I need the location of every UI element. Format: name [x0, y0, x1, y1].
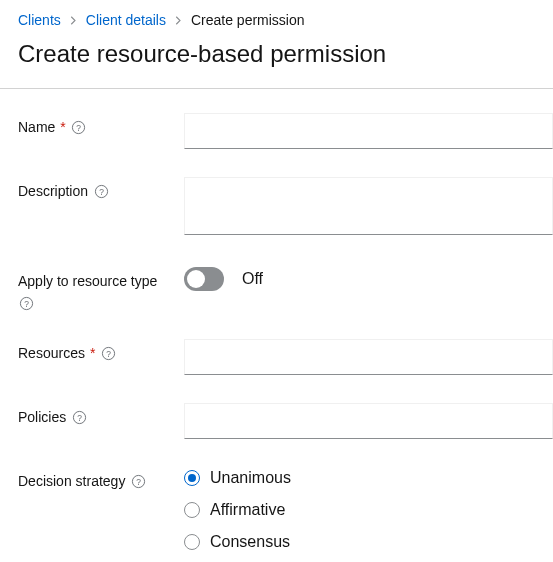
toggle-knob	[187, 270, 205, 288]
label-decision-strategy: Decision strategy ?	[18, 467, 184, 489]
policies-input[interactable]	[184, 403, 553, 439]
breadcrumb-clients[interactable]: Clients	[18, 12, 61, 28]
row-policies: Policies ?	[18, 403, 553, 439]
help-icon[interactable]: ?	[18, 295, 34, 311]
help-icon[interactable]: ?	[100, 345, 116, 361]
radio-label: Affirmative	[210, 501, 285, 519]
help-icon[interactable]: ?	[71, 409, 87, 425]
required-mark: *	[60, 120, 65, 134]
decision-strategy-radio-group: Unanimous Affirmative Consensus	[184, 467, 553, 551]
svg-text:?: ?	[106, 348, 111, 358]
chevron-right-icon	[69, 16, 78, 25]
required-mark: *	[90, 346, 95, 360]
label-name: Name * ?	[18, 113, 184, 135]
row-apply-to-resource-type: Apply to resource type ? Off	[18, 267, 553, 311]
apply-to-resource-type-toggle[interactable]	[184, 267, 224, 291]
help-icon[interactable]: ?	[130, 473, 146, 489]
chevron-right-icon	[174, 16, 183, 25]
label-description: Description ?	[18, 177, 184, 199]
label-name-text: Name	[18, 119, 55, 135]
radio-consensus[interactable]: Consensus	[184, 533, 553, 551]
help-icon[interactable]: ?	[71, 119, 87, 135]
row-resources: Resources * ?	[18, 339, 553, 375]
label-apply-to-resource-type-text: Apply to resource type	[18, 273, 157, 289]
form: Name * ? Description ? Apply to resource…	[0, 89, 553, 551]
label-policies: Policies ?	[18, 403, 184, 425]
svg-text:?: ?	[24, 298, 29, 308]
label-resources: Resources * ?	[18, 339, 184, 361]
radio-unanimous[interactable]: Unanimous	[184, 469, 553, 487]
page-title: Create resource-based permission	[0, 36, 553, 88]
svg-text:?: ?	[136, 476, 141, 486]
label-description-text: Description	[18, 183, 88, 199]
svg-text:?: ?	[77, 412, 82, 422]
row-description: Description ?	[18, 177, 553, 239]
radio-button-icon	[184, 534, 200, 550]
resources-input[interactable]	[184, 339, 553, 375]
svg-text:?: ?	[99, 186, 104, 196]
breadcrumb-current: Create permission	[191, 12, 305, 28]
name-input[interactable]	[184, 113, 553, 149]
breadcrumb: Clients Client details Create permission	[0, 0, 553, 36]
toggle-state-label: Off	[242, 270, 263, 288]
radio-affirmative[interactable]: Affirmative	[184, 501, 553, 519]
description-input[interactable]	[184, 177, 553, 235]
help-icon[interactable]: ?	[93, 183, 109, 199]
radio-label: Unanimous	[210, 469, 291, 487]
radio-button-icon	[184, 470, 200, 486]
label-resources-text: Resources	[18, 345, 85, 361]
label-apply-to-resource-type: Apply to resource type ?	[18, 267, 184, 311]
svg-text:?: ?	[76, 122, 81, 132]
row-name: Name * ?	[18, 113, 553, 149]
radio-label: Consensus	[210, 533, 290, 551]
radio-button-icon	[184, 502, 200, 518]
row-decision-strategy: Decision strategy ? Unanimous Affirmativ…	[18, 467, 553, 551]
label-decision-strategy-text: Decision strategy	[18, 473, 125, 489]
label-policies-text: Policies	[18, 409, 66, 425]
breadcrumb-client-details[interactable]: Client details	[86, 12, 166, 28]
